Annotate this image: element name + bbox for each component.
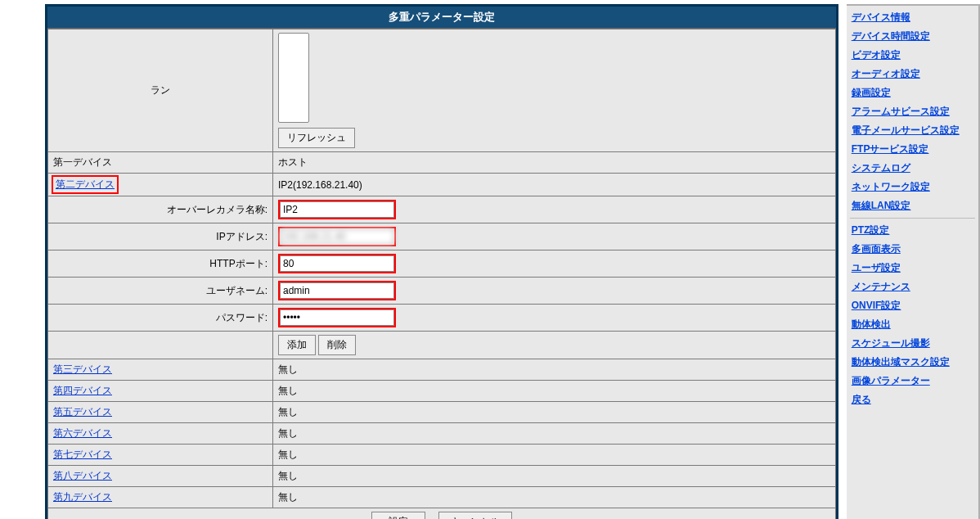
sidebar-link[interactable]: デバイス時間設定 (847, 27, 978, 46)
sidebar-link[interactable]: 多画面表示 (847, 240, 978, 259)
sidebar-link[interactable]: ONVIF設定 (847, 296, 978, 315)
sidebar-link[interactable]: ユーザ設定 (847, 259, 978, 278)
device-value: 無し (273, 445, 836, 466)
device2-label-cell: 第二デバイス (48, 174, 273, 196)
http-port-input[interactable] (280, 255, 394, 272)
ip-cell (273, 223, 836, 250)
camera-name-input[interactable] (280, 201, 394, 218)
sidebar: デバイス情報デバイス時間設定ビデオ設定オーディオ設定録画設定アラームサビース設定… (847, 4, 980, 519)
delete-button[interactable]: 削除 (318, 335, 356, 355)
device-label: 第五デバイス (48, 402, 273, 423)
http-port-label: HTTPポート: (48, 250, 273, 278)
device-value: 無し (273, 381, 836, 402)
device-value: 無し (273, 359, 836, 381)
sidebar-link[interactable]: 電子メールサービス設定 (847, 121, 978, 140)
device-label: 第九デバイス (48, 487, 273, 508)
device2-link[interactable]: 第二デバイス (56, 178, 115, 190)
sidebar-link[interactable]: 動体検出域マスク設定 (847, 353, 978, 372)
password-input[interactable] (280, 309, 394, 326)
settings-table: ラン リフレッシュ 第一デバイス ホスト 第二デバイス IP2 (47, 29, 836, 519)
device-link[interactable]: 第九デバイス (53, 491, 112, 503)
device-label: 第八デバイス (48, 466, 273, 487)
ip-label: IPアドレス: (48, 223, 273, 250)
sidebar-link[interactable]: FTPサービス設定 (847, 140, 978, 159)
device-value: 無し (273, 466, 836, 487)
sidebar-link[interactable]: アラームサビース設定 (847, 102, 978, 121)
device1-label: 第一デバイス (48, 152, 273, 174)
device-link[interactable]: 第八デバイス (53, 470, 112, 481)
device-link[interactable]: 第三デバイス (53, 363, 112, 375)
device1-value: ホスト (273, 152, 836, 174)
footer-buttons: 設定 キャンセル (48, 508, 836, 520)
sidebar-link[interactable]: 録画設定 (847, 83, 978, 102)
device-label: 第三デバイス (48, 359, 273, 381)
username-label: ユーザネーム: (48, 278, 273, 305)
username-input[interactable] (280, 282, 394, 299)
set-button[interactable]: 設定 (371, 512, 425, 519)
device-label: 第四デバイス (48, 381, 273, 402)
cancel-button[interactable]: キャンセル (438, 512, 512, 519)
sidebar-link[interactable]: ビデオ設定 (847, 46, 978, 65)
device-value: 無し (273, 402, 836, 423)
sidebar-link[interactable]: メンテナンス (847, 278, 978, 296)
sidebar-link[interactable]: ネットワーク設定 (847, 178, 978, 196)
device-value: 無し (273, 423, 836, 445)
password-cell (273, 305, 836, 332)
device-link[interactable]: 第六デバイス (53, 427, 112, 439)
sidebar-link[interactable]: 戻る (847, 390, 978, 409)
http-port-cell (273, 250, 836, 278)
device-link[interactable]: 第七デバイス (53, 449, 112, 460)
run-cell: リフレッシュ (273, 29, 836, 152)
device-value: 無し (273, 487, 836, 508)
run-label: ラン (48, 29, 273, 152)
sidebar-link[interactable]: 無線LAN設定 (847, 196, 978, 215)
device-label: 第六デバイス (48, 423, 273, 445)
device-link[interactable]: 第五デバイス (53, 406, 112, 417)
camera-name-label: オーバーレカメラ名称: (48, 196, 273, 223)
sidebar-link[interactable]: オーディオ設定 (847, 65, 978, 83)
sidebar-link[interactable]: 動体検出 (847, 315, 978, 334)
sidebar-link[interactable]: システムログ (847, 159, 978, 178)
add-delete-cell: 添加 削除 (273, 332, 836, 359)
page-title: 多重パラメーター設定 (47, 7, 836, 29)
sidebar-link[interactable]: スケジュール撮影 (847, 334, 978, 353)
sidebar-link[interactable]: PTZ設定 (847, 221, 978, 240)
username-cell (273, 278, 836, 305)
main-panel: 多重パラメーター設定 ラン リフレッシュ 第一デバイス ホスト 第二デバイス (45, 4, 838, 519)
device-label: 第七デバイス (48, 445, 273, 466)
add-button[interactable]: 添加 (278, 335, 316, 355)
device-listbox[interactable] (278, 33, 309, 123)
sidebar-divider (850, 218, 975, 219)
device2-value: IP2(192.168.21.40) (273, 174, 836, 196)
add-delete-label (48, 332, 273, 359)
sidebar-link[interactable]: デバイス情報 (847, 8, 978, 27)
ip-input[interactable] (280, 228, 394, 245)
password-label: パスワード: (48, 305, 273, 332)
sidebar-link[interactable]: 画像パラメーター (847, 372, 978, 390)
refresh-button[interactable]: リフレッシュ (278, 128, 355, 148)
device-link[interactable]: 第四デバイス (53, 385, 112, 396)
camera-name-cell (273, 196, 836, 223)
